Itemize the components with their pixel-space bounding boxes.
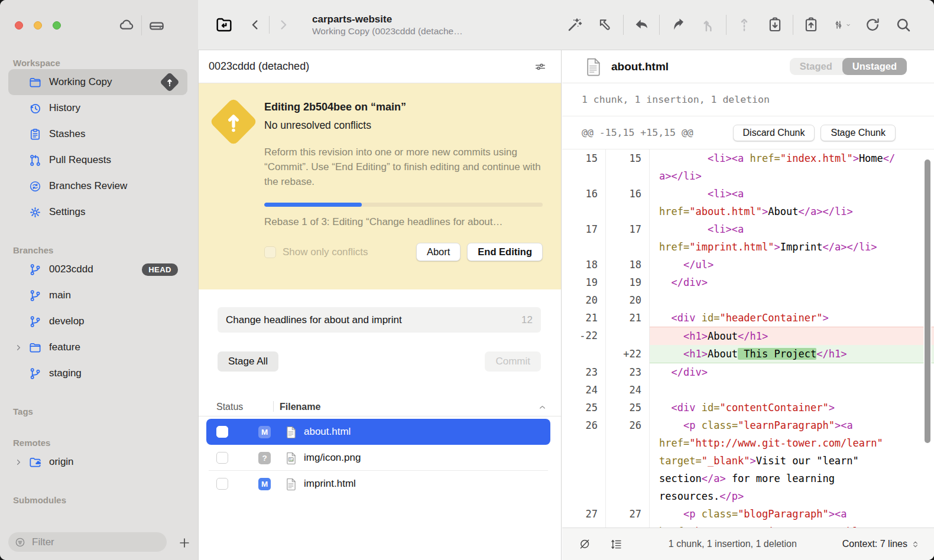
new-line-number: 19 xyxy=(606,274,650,291)
cloud-folder-icon xyxy=(28,455,42,469)
forward-button[interactable] xyxy=(275,17,291,32)
sidebar-item-label: develop xyxy=(49,315,85,327)
abort-button[interactable]: Abort xyxy=(416,243,460,261)
sidebar-item-label: feature xyxy=(49,341,80,353)
stage-checkbox[interactable] xyxy=(216,452,228,464)
toolbar xyxy=(559,15,934,35)
scrollbar-thumb[interactable] xyxy=(925,159,930,443)
divider xyxy=(141,15,142,35)
chunk-range: @@ -15,15 +15,15 @@ xyxy=(582,127,693,138)
apply-stash-button[interactable] xyxy=(802,16,820,34)
sidebar-item-feature[interactable]: feature xyxy=(8,334,187,360)
traffic-lights xyxy=(15,21,61,30)
new-line-number: 21 xyxy=(606,309,650,327)
refresh-button[interactable] xyxy=(864,16,881,34)
add-button[interactable] xyxy=(178,536,191,549)
diff-line-context: 2727 <p class="blogParagraph"><a href="h… xyxy=(562,505,934,528)
diff-panel: about.html Staged Unstaged 1 chunk, 1 in… xyxy=(562,50,934,560)
filter-input[interactable] xyxy=(31,536,149,549)
show-only-conflicts-checkbox[interactable] xyxy=(264,246,276,258)
section-title-branches: Branches xyxy=(0,245,198,256)
sidebar-item-develop[interactable]: develop xyxy=(8,308,187,334)
section-title-tags: Tags xyxy=(0,406,198,418)
old-line-number: 25 xyxy=(562,399,606,416)
code-cell: <div id="headerContainer"> xyxy=(650,309,934,327)
close-window-button[interactable] xyxy=(15,21,23,30)
diff-line-context: 2323 </div> xyxy=(562,363,934,381)
slashed-circle-icon[interactable] xyxy=(578,538,592,551)
new-line-number: 20 xyxy=(606,291,650,309)
sidebar-item-branches-review[interactable]: Branches Review xyxy=(8,173,187,199)
collapse-chevron-icon[interactable] xyxy=(538,403,547,412)
stage-chunk-button[interactable]: Stage Chunk xyxy=(821,125,896,141)
sidebar-item-stashes[interactable]: Stashes xyxy=(8,121,187,147)
sidebar-item-0023cddd[interactable]: 0023cdddHEAD xyxy=(8,256,187,282)
sidebar: WorkspaceWorking CopyHistoryStashesPull … xyxy=(0,50,198,560)
pull-request-icon xyxy=(28,154,42,167)
sidebar-item-history[interactable]: History xyxy=(8,95,187,121)
end-editing-button[interactable]: End Editing xyxy=(467,243,543,261)
sidebar-item-working-copy[interactable]: Working Copy xyxy=(8,69,187,95)
section-title-workspace: Workspace xyxy=(0,57,198,69)
search-button[interactable] xyxy=(894,16,912,34)
minimize-window-button[interactable] xyxy=(34,21,42,30)
file-row-about-html[interactable]: Mabout.html xyxy=(206,419,550,445)
code-cell xyxy=(650,291,934,309)
view-options-icon[interactable] xyxy=(534,60,547,73)
folder-icon xyxy=(28,76,42,89)
sidebar-item-label: Working Copy xyxy=(49,76,112,88)
diff-line-context: 2626 <p class="learnParagraph"><a href="… xyxy=(562,416,934,505)
line-spacing-icon[interactable] xyxy=(609,538,623,551)
working-copy-panel: 0023cddd (detached) Editing 2b504bee on … xyxy=(198,50,562,560)
filename-column-header[interactable]: Filename xyxy=(280,402,320,412)
context-stepper[interactable]: Context: 7 lines xyxy=(842,539,920,549)
filename-label: about.html xyxy=(304,426,351,438)
merge-button xyxy=(699,16,717,34)
stash-button[interactable] xyxy=(766,16,784,34)
zoom-window-button[interactable] xyxy=(53,21,61,30)
disclosure-chevron-icon[interactable] xyxy=(14,458,23,467)
fetch-button[interactable] xyxy=(596,16,614,34)
stage-all-button[interactable]: Stage All xyxy=(218,351,278,372)
pull-button[interactable] xyxy=(633,16,650,34)
sidebar-item-origin[interactable]: origin xyxy=(8,449,187,475)
back-button[interactable] xyxy=(248,17,263,32)
commit-message-input[interactable]: Change headlines for about and imprint 1… xyxy=(218,307,541,333)
new-line-number: 23 xyxy=(606,363,650,381)
new-line-number: 24 xyxy=(606,381,650,399)
file-row-imprint-html[interactable]: Mimprint.html xyxy=(206,471,550,497)
column-divider xyxy=(273,401,274,412)
open-repository-icon[interactable] xyxy=(215,15,234,34)
stage-checkbox[interactable] xyxy=(216,426,228,438)
disclosure-chevron-icon[interactable] xyxy=(14,343,23,352)
file-row-img-icon-png[interactable]: ?img/icon.png xyxy=(206,445,550,471)
status-badge: M xyxy=(258,426,271,438)
local-repositories-icon[interactable] xyxy=(148,17,166,34)
sidebar-item-staging[interactable]: staging xyxy=(8,360,187,386)
titlebar-sidebar-zone xyxy=(0,0,198,50)
tab-staged[interactable]: Staged xyxy=(790,58,842,75)
push-button[interactable] xyxy=(669,16,686,34)
filename-label: imprint.html xyxy=(304,478,356,490)
new-line-number: 16 xyxy=(606,185,650,220)
stage-checkbox[interactable] xyxy=(216,478,228,490)
view-options-button[interactable] xyxy=(833,16,851,34)
rebase-progress-fill xyxy=(264,203,362,207)
sidebar-item-pull-requests[interactable]: Pull Requests xyxy=(8,147,187,173)
diff-line-context: 1616 <li><a href="about.html">About</a><… xyxy=(562,185,934,220)
tab-unstaged[interactable]: Unstaged xyxy=(842,58,907,75)
rebase-in-progress-badge xyxy=(161,74,178,90)
quick-actions-button[interactable] xyxy=(566,16,583,34)
discard-chunk-button[interactable]: Discard Chunk xyxy=(733,125,815,141)
rebase-warning-icon xyxy=(209,97,258,146)
sidebar-item-settings[interactable]: Settings xyxy=(8,199,187,225)
commit-button[interactable]: Commit xyxy=(485,351,541,372)
sidebar-item-label: main xyxy=(49,289,71,301)
new-line-number: 18 xyxy=(606,256,650,274)
old-line-number: 15 xyxy=(562,149,606,185)
cloud-services-icon[interactable] xyxy=(118,17,135,34)
sidebar-item-main[interactable]: main xyxy=(8,282,187,308)
diff-line-context: 2020 xyxy=(562,291,934,309)
status-column-header[interactable]: Status xyxy=(199,402,243,412)
code-cell: <li><a href="imprint.html">Imprint</a></… xyxy=(650,220,934,256)
